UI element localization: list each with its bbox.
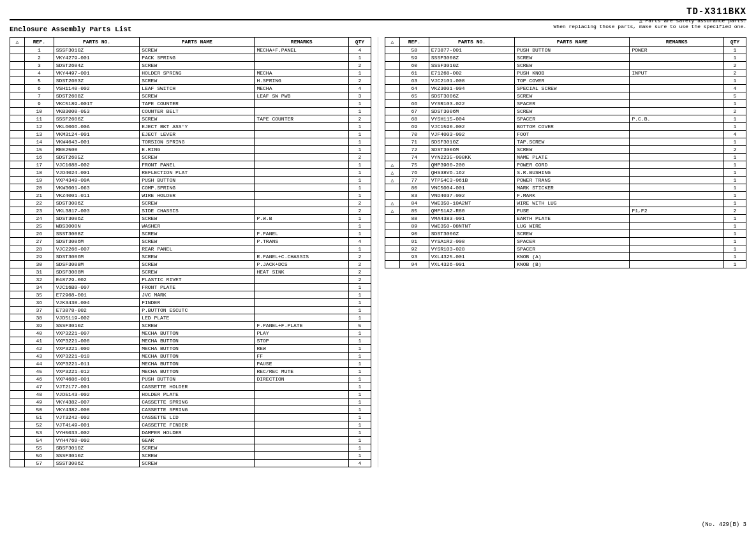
row-flag (10, 92, 25, 100)
row-flag (385, 85, 400, 92)
row-parts: SDST3006Z (54, 215, 139, 223)
table-row: 92 VYSR103-028 SPACER 1 (385, 245, 746, 253)
row-remarks (630, 200, 723, 207)
row-name: COMP.SPRING (140, 184, 255, 192)
table-row: 55 SBSF3010Z SCREW 1 (10, 444, 371, 452)
row-flag (10, 314, 25, 322)
row-name: SCREW (140, 230, 255, 238)
table-row: 64 VKZ3001-004 SPECIAL SCREW 4 (385, 85, 746, 92)
row-parts: SDST3006Z (54, 200, 139, 207)
row-qty: 1 (348, 284, 371, 291)
row-remarks: REW (255, 345, 348, 353)
row-qty: 2 (348, 253, 371, 261)
col-header-flag-r: △ (385, 38, 400, 47)
row-parts: SDST2603Z (54, 77, 139, 85)
table-row: 83 VND4037-002 F.MARK 1 (385, 192, 746, 200)
row-qty: 1 (348, 437, 371, 444)
row-remarks: F1,F2 (630, 207, 723, 215)
row-flag (10, 223, 25, 230)
row-parts: VXP4686-001 (54, 376, 139, 383)
row-parts: VKZ4001-011 (54, 192, 139, 200)
row-flag: △ (385, 177, 400, 184)
row-ref: 38 (24, 314, 54, 322)
table-row: 51 VJT3242-002 CASSETTE LID 1 (10, 414, 371, 421)
row-name: TORSION SPRING (140, 138, 255, 146)
row-qty: 1 (348, 429, 371, 437)
table-row: 28 VJC2266-007 REAR PANEL 1 (10, 245, 371, 253)
row-remarks: PAUSE (255, 360, 348, 368)
row-ref: 31 (24, 268, 54, 276)
table-row: 18 VJD4024-001 REFLECTION PLAT 1 (10, 169, 371, 177)
row-ref: 76 (399, 169, 429, 177)
row-ref: 65 (399, 92, 429, 100)
row-name: SCREW (140, 62, 255, 69)
row-flag (10, 100, 25, 108)
row-flag (10, 54, 25, 62)
row-qty: 2 (348, 62, 371, 69)
row-ref: 58 (399, 47, 429, 54)
row-name: CASSETTE SPRING (140, 406, 255, 414)
row-parts: VWE350-10A2NT (429, 200, 514, 207)
row-remarks: STOP (255, 337, 348, 345)
table-row: 35 E72968-001 JVC MARK 1 (10, 291, 371, 299)
row-ref: 9 (24, 100, 54, 108)
table-row: 5 SDST2603Z SCREW H.SPRING 2 (10, 77, 371, 85)
row-remarks: TAPE COUNTER (255, 115, 348, 123)
col-header-remarks-r: REMARKS (630, 38, 723, 47)
row-qty: 1 (348, 360, 371, 368)
row-qty: 1 (348, 421, 371, 429)
row-name: REFLECTION PLAT (140, 169, 255, 177)
row-remarks (630, 54, 723, 62)
row-name: TOP COVER (515, 77, 630, 85)
row-parts: SSSP3008Z (429, 54, 514, 62)
row-name: SCREW (140, 154, 255, 161)
col-header-parts: PARTS NO. (54, 38, 139, 47)
row-parts: SSST3008Z (54, 230, 139, 238)
row-ref: 13 (24, 131, 54, 138)
row-remarks (255, 54, 348, 62)
row-ref: 16 (24, 154, 54, 161)
row-qty: 1 (348, 54, 371, 62)
row-name: JVC MARK (140, 291, 255, 299)
row-flag (385, 62, 400, 69)
row-remarks: REC/REC MUTE (255, 368, 348, 376)
row-name: SCREW (515, 62, 630, 69)
row-remarks: P.JACK+DCS (255, 261, 348, 268)
row-name: COUNTER BELT (140, 108, 255, 115)
row-ref: 22 (24, 200, 54, 207)
row-ref: 25 (24, 223, 54, 230)
table-row: 49 VKY4382-007 CASSETTE SPRING 1 (10, 398, 371, 406)
table-row: 16 SDST2605Z SCREW 2 (10, 154, 371, 161)
row-ref: 43 (24, 353, 54, 360)
safety-line1: △ Parts are safety assurance parts. (554, 18, 746, 24)
row-qty: 1 (348, 291, 371, 299)
row-name: SCREW (140, 215, 255, 223)
row-qty: 1 (348, 414, 371, 421)
row-qty: 3 (348, 92, 371, 100)
row-flag (10, 69, 25, 77)
row-qty: 1 (723, 138, 746, 146)
table-row: 93 VXL4325-001 KNOB (A) 1 (385, 253, 746, 261)
row-ref: 29 (24, 253, 54, 261)
table-row: 3 SDST2604Z SCREW 2 (10, 62, 371, 69)
row-remarks (630, 230, 723, 238)
table-row: 27 SDST3006M SCREW P.TRANS 4 (10, 238, 371, 245)
table-row: 10 VKB3000-053 COUNTER BELT 1 (10, 108, 371, 115)
row-ref: 36 (24, 299, 54, 307)
row-flag (385, 238, 400, 245)
row-qty: 5 (723, 92, 746, 100)
row-name: MECHA BUTTON (140, 360, 255, 368)
row-name: SPACER (515, 115, 630, 123)
row-qty: 1 (348, 230, 371, 238)
row-name: FUSE (515, 207, 630, 215)
row-name: KNOB (B) (515, 261, 630, 268)
row-name: SCREW (515, 230, 630, 238)
row-name: PUSH KNOB (515, 69, 630, 77)
row-ref: 68 (399, 115, 429, 123)
row-flag (385, 100, 400, 108)
row-flag (385, 77, 400, 85)
row-ref: 92 (399, 245, 429, 253)
row-parts: VKC5189-001T (54, 100, 139, 108)
row-ref: 41 (24, 337, 54, 345)
row-flag (10, 131, 25, 138)
